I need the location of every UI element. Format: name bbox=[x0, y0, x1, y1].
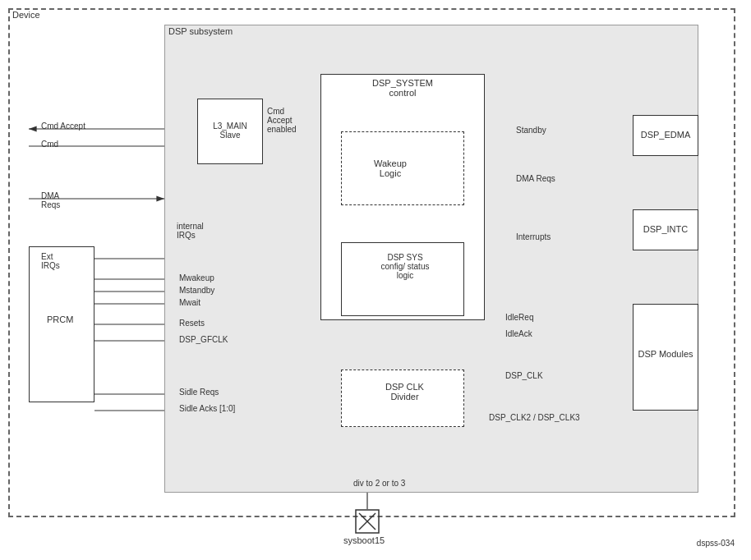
ext-irqs-label: ExtIRQs bbox=[41, 252, 60, 270]
l3-main-label: L3_MAINSlave bbox=[201, 122, 259, 140]
internal-irqs-label: internalIRQs bbox=[177, 222, 204, 240]
dsp-modules-label: DSP Modules bbox=[638, 349, 693, 359]
dsp-system-label: DSP_SYSTEMcontrol bbox=[362, 78, 444, 98]
idle-ack-label: IdleAck bbox=[505, 329, 532, 338]
resets-label: Resets bbox=[179, 319, 205, 328]
dsp-edma-label: DSP_EDMA bbox=[638, 130, 693, 140]
device-label: Device bbox=[12, 10, 40, 20]
dsp-subsystem-label: DSP subsystem bbox=[168, 26, 233, 36]
dma-reqs-in-label: DMAReqs bbox=[41, 191, 60, 209]
dsp-clk-label: DSP_CLK bbox=[505, 371, 543, 380]
wakeup-label: WakeupLogic bbox=[374, 158, 407, 178]
sidle-acks-label: Sidle Acks [1:0] bbox=[179, 404, 235, 413]
dsp-clk-label: DSP CLKDivider bbox=[357, 382, 452, 402]
sysboot-symbol bbox=[355, 509, 380, 534]
cmd-label: Cmd bbox=[41, 140, 58, 149]
sysboot-label: sysboot15 bbox=[343, 535, 385, 545]
dsp-clk23-label: DSP_CLK2 / DSP_CLK3 bbox=[489, 413, 580, 422]
interrupts-label: Interrupts bbox=[516, 232, 551, 241]
dsp-intc-label: DSP_INTC bbox=[638, 224, 693, 234]
mwait-label: Mwait bbox=[179, 298, 200, 307]
prcm-box bbox=[29, 246, 94, 402]
dma-reqs-out-label: DMA Reqs bbox=[516, 174, 555, 183]
idle-req-label: IdleReq bbox=[505, 313, 533, 322]
mstandby-label: Mstandby bbox=[179, 286, 214, 295]
cmd-accept-label: Cmd Accept bbox=[41, 122, 85, 131]
standby-label: Standby bbox=[516, 126, 546, 135]
ref-label: dspss-034 bbox=[697, 539, 735, 548]
prcm-label: PRCM bbox=[47, 314, 73, 324]
dsp-sys-label: DSP SYSconfig/ statuslogic bbox=[352, 253, 458, 280]
diagram-container: Device DSP subsystem L3_MAINSlave DSP_SY… bbox=[0, 0, 751, 560]
dsp-gfclk-label: DSP_GFCLK bbox=[179, 335, 228, 344]
cmd-accept-enabled-label: CmdAcceptenabled bbox=[267, 107, 297, 134]
sidle-reqs-label: Sidle Reqs bbox=[179, 388, 219, 397]
div-label: div to 2 or to 3 bbox=[353, 479, 405, 488]
mwakeup-label: Mwakeup bbox=[179, 273, 214, 282]
